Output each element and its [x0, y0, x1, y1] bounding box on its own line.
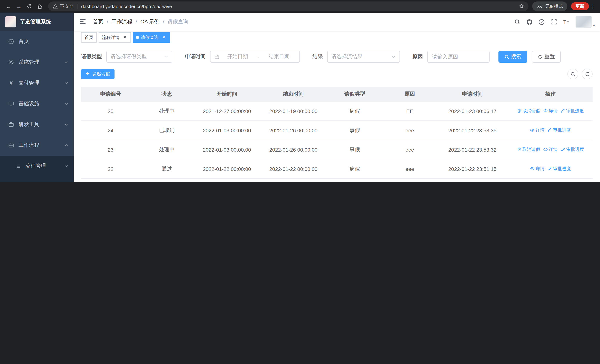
font-size-icon[interactable]: TT — [561, 16, 572, 28]
search-button-label: 搜索 — [511, 53, 521, 60]
progress-action-link[interactable]: 审批进度 — [561, 146, 584, 153]
update-label: 更新 — [576, 3, 584, 9]
progress-action-label: 审批进度 — [566, 146, 584, 153]
cancel-action-link[interactable]: 取消请假 — [517, 146, 540, 153]
breadcrumb-item[interactable]: 首页 — [93, 19, 103, 25]
reason-input[interactable] — [431, 53, 486, 60]
calendar-icon — [214, 54, 219, 59]
reset-button[interactable]: 重置 — [532, 51, 561, 63]
yen-icon: ¥ — [8, 80, 14, 86]
active-tab-dot — [136, 36, 139, 39]
breadcrumb-item[interactable]: OA 示例 — [141, 19, 159, 25]
table-row: 23处理中2022-01-03 00:00:002022-01-26 00:00… — [81, 140, 593, 159]
warning-icon — [53, 4, 58, 9]
progress-action-link[interactable]: 审批进度 — [547, 127, 571, 133]
gear-icon — [8, 59, 14, 65]
chevron-down-icon — [164, 55, 168, 59]
cell-start: 2021-12-27 00:00:00 — [194, 101, 260, 121]
brand-title: 芋道管理系统 — [20, 19, 51, 25]
sidebar-item-home[interactable]: 首页 — [0, 31, 74, 52]
reload-icon[interactable] — [24, 1, 34, 11]
sidebar-item-process-mgmt[interactable]: 流程管理 — [0, 156, 74, 177]
detail-action-label: 详情 — [549, 108, 558, 114]
forward-icon[interactable]: → — [14, 1, 24, 11]
cell-status: 处理中 — [140, 140, 194, 159]
col-end-time: 结束时间 — [260, 87, 327, 101]
apply-time-range-picker[interactable]: 开始日期 - 结束日期 — [210, 51, 300, 63]
update-button[interactable]: 更新 — [571, 2, 589, 10]
sidebar-item-task-mgmt[interactable]: 任务管理 — [0, 177, 74, 182]
tab-close-icon[interactable]: × — [122, 35, 128, 40]
cell-applied: 2022-01-23 00:06:17 — [437, 101, 508, 121]
cell-type: 病假 — [327, 178, 383, 182]
table-row: 22通过2022-01-22 00:00:002022-01-22 00:00:… — [81, 159, 593, 178]
breadcrumb-item[interactable]: 工作流程 — [112, 19, 132, 25]
cell-type: 事假 — [327, 121, 383, 140]
create-leave-button[interactable]: 发起请假 — [81, 69, 114, 79]
cell-applied: 2022-01-22 23:51:15 — [437, 159, 508, 178]
sidebar-item-dev-tools[interactable]: 研发工具 — [0, 114, 74, 135]
sidebar-item-infrastructure[interactable]: 基础设施 — [0, 93, 74, 114]
search-icon[interactable] — [512, 16, 523, 28]
tab-process-detail[interactable]: 流程详情 × — [99, 32, 131, 43]
tags-bar: 首页 流程详情 × 请假查询 × — [74, 31, 600, 44]
cell-reason: eee — [383, 140, 437, 159]
detail-action-link[interactable]: 详情 — [530, 127, 544, 133]
toolbox-icon — [8, 121, 14, 128]
breadcrumb: 首页 / 工作流程 / OA 示例 / 请假查询 — [93, 19, 188, 25]
col-status: 状态 — [140, 87, 194, 101]
table-row: 21处理中2022-01-22 00:00:002022-01-23 00:00… — [81, 178, 593, 182]
cancel-action-link[interactable]: 取消请假 — [517, 108, 540, 114]
detail-action-link[interactable]: 详情 — [543, 108, 558, 114]
svg-text:?: ? — [541, 20, 543, 24]
dashboard-icon — [8, 38, 14, 45]
cell-status: 处理中 — [140, 101, 194, 121]
hamburger-icon[interactable] — [79, 18, 87, 26]
cell-id: 23 — [81, 140, 140, 159]
github-icon[interactable] — [524, 16, 535, 28]
leave-type-select[interactable]: 请选择请假类型 — [106, 51, 172, 63]
home-icon[interactable] — [35, 1, 45, 11]
address-bar[interactable]: 不安全 dashboard.yudao.iocoder.cn/bpm/oa/le… — [48, 1, 528, 11]
detail-action-link[interactable]: 详情 — [530, 166, 544, 172]
progress-action-link[interactable]: 审批进度 — [561, 108, 584, 114]
breadcrumb-item-current: 请假查询 — [168, 19, 188, 25]
help-icon[interactable]: ? — [536, 16, 548, 28]
cell-reason: eee — [383, 159, 437, 178]
tab-close-icon[interactable]: × — [161, 35, 166, 40]
svg-text:T: T — [567, 21, 569, 24]
back-icon[interactable]: ← — [4, 1, 13, 11]
detail-action-link[interactable]: 详情 — [543, 146, 558, 153]
fullscreen-icon[interactable] — [548, 16, 560, 28]
result-select[interactable]: 请选择流结果 — [327, 51, 400, 63]
browser-menu-icon[interactable]: ⋮ — [590, 3, 596, 9]
app-window: ← → 不安全 dashboard.yudao.iocoder.cn/bpm/o… — [0, 0, 600, 182]
cell-start: 2022-01-03 00:00:00 — [194, 140, 260, 159]
progress-action-label: 审批进度 — [553, 166, 571, 172]
range-separator: - — [256, 54, 261, 60]
refresh-table-icon[interactable] — [582, 69, 593, 79]
sidebar-item-payment[interactable]: ¥ 支付管理 — [0, 73, 74, 93]
tab-leave-query[interactable]: 请假查询 × — [133, 32, 170, 43]
toggle-search-icon[interactable] — [567, 69, 578, 79]
cell-reason: EEE — [383, 178, 437, 182]
magnifier-icon — [504, 54, 509, 59]
sidebar-item-label: 系统管理 — [19, 59, 39, 65]
tab-home[interactable]: 首页 — [81, 32, 97, 43]
cell-id: 25 — [81, 101, 140, 121]
sidebar-item-system[interactable]: 系统管理 — [0, 52, 74, 73]
col-apply-id: 申请编号 — [81, 87, 140, 101]
chevron-up-icon — [64, 143, 69, 148]
sidebar-item-workflow[interactable]: 工作流程 — [0, 135, 74, 156]
sidebar-item-label: 支付管理 — [19, 80, 39, 86]
bookmark-star-icon[interactable] — [519, 4, 524, 9]
chevron-down-icon — [64, 81, 69, 85]
progress-action-label: 审批进度 — [553, 127, 571, 133]
search-button[interactable]: 搜索 — [498, 51, 527, 63]
incognito-icon — [537, 4, 543, 8]
progress-action-link[interactable]: 审批进度 — [547, 166, 571, 172]
monitor-icon — [8, 101, 14, 107]
cancel-action-label: 取消请假 — [522, 146, 540, 153]
table-header-row: 申请编号 状态 开始时间 结束时间 请假类型 原因 申请时间 操作 — [81, 87, 593, 101]
user-menu[interactable]: ▾ — [576, 16, 595, 28]
